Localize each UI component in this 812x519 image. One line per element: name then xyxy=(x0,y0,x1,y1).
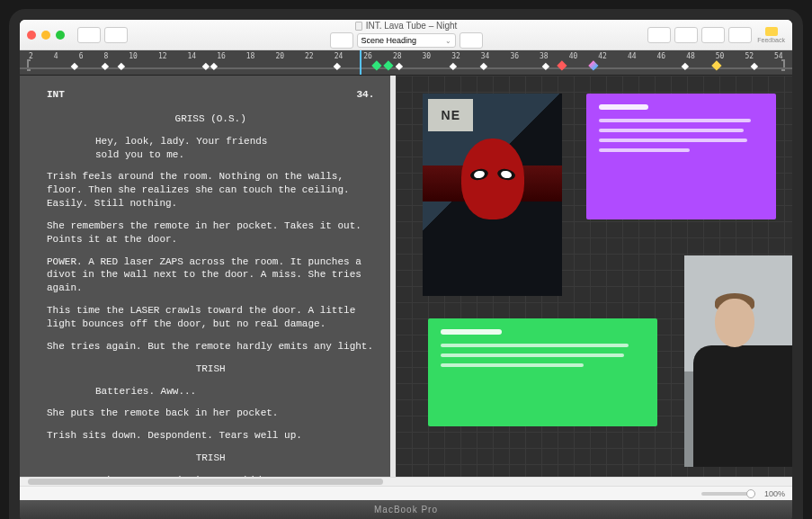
feedback-icon xyxy=(765,27,778,36)
board-note-purple[interactable] xyxy=(586,94,777,219)
timeline-marker[interactable] xyxy=(117,63,124,70)
close-window-button[interactable] xyxy=(27,31,36,40)
titlebar-center: INT. Lava Tube – Night Scene Heading ⌄ xyxy=(330,21,483,49)
toolbar-right-group xyxy=(647,27,752,43)
toolbar-button[interactable] xyxy=(647,27,671,43)
timeline-marker[interactable] xyxy=(681,63,688,70)
timeline-marker[interactable] xyxy=(558,60,567,70)
timeline-marker[interactable] xyxy=(383,60,393,70)
board-image-deadpool[interactable]: NE xyxy=(423,94,562,296)
minimize-window-button[interactable] xyxy=(41,31,50,40)
timeline-marker[interactable] xyxy=(588,60,598,70)
toolbar-left-group xyxy=(77,27,128,43)
timeline-marker[interactable] xyxy=(751,63,758,70)
timeline-marker[interactable] xyxy=(371,60,381,70)
app-window: INT. Lava Tube – Night Scene Heading ⌄ xyxy=(20,20,792,500)
element-type-label: Scene Heading xyxy=(361,36,417,45)
zoom-slider-knob[interactable] xyxy=(746,489,755,498)
main-split: INT 34. GRISS (O.S.)Hey, look, lady. You… xyxy=(20,76,792,477)
element-type-select[interactable]: Scene Heading ⌄ xyxy=(357,33,456,48)
zoom-window-button[interactable] xyxy=(56,31,65,40)
timeline-marker[interactable] xyxy=(396,63,403,70)
script-action[interactable]: Trish sits down. Despondent. Tears well … xyxy=(47,429,374,443)
toolbar-button[interactable] xyxy=(674,27,698,43)
script-action[interactable]: She tries again. But the remote hardly e… xyxy=(47,340,374,353)
status-bar: 100% xyxy=(20,486,792,500)
timeline-marker[interactable] xyxy=(711,60,721,70)
board-image-sign-text: NE xyxy=(428,99,473,131)
script-character[interactable]: GRISS (O.S.) xyxy=(47,112,374,126)
toolbar-button[interactable] xyxy=(104,27,128,43)
timeline-marker[interactable] xyxy=(102,63,109,70)
timeline-ruler[interactable]: 2468101214161820222426283032343638404244… xyxy=(20,50,792,76)
script-action[interactable]: This time the LASER crawls toward the do… xyxy=(47,304,374,331)
page-number: 34. xyxy=(357,88,375,102)
script-action[interactable]: Trish feels around the room. Nothing on … xyxy=(47,170,374,210)
timeline-marker[interactable] xyxy=(480,63,487,70)
document-title-text: INT. Lava Tube – Night xyxy=(366,21,458,31)
script-character[interactable]: TRISH xyxy=(47,452,374,465)
script-action[interactable]: She puts the remote back in her pocket. xyxy=(47,407,374,420)
script-character[interactable]: TRISH xyxy=(47,362,374,376)
script-action[interactable]: POWER. A RED laser ZAPS across the room.… xyxy=(47,255,374,296)
document-title: INT. Lava Tube – Night xyxy=(355,21,458,31)
scene-heading-row: INT 34. xyxy=(47,88,374,102)
board-note-green[interactable] xyxy=(428,318,658,426)
laptop-base-label: MacBook Pro xyxy=(20,500,792,519)
board-pane[interactable]: NE xyxy=(396,76,792,477)
timeline-marker[interactable] xyxy=(202,63,210,70)
script-body[interactable]: GRISS (O.S.)Hey, look, lady. Your friend… xyxy=(47,112,374,477)
script-dialogue[interactable]: Batteries. Aww... xyxy=(47,385,374,398)
element-next-button[interactable] xyxy=(460,32,483,49)
ruler-marks xyxy=(20,50,792,75)
toolbar-button[interactable] xyxy=(728,27,752,43)
board-image-man[interactable] xyxy=(684,255,792,467)
titlebar: INT. Lava Tube – Night Scene Heading ⌄ xyxy=(20,20,792,50)
element-prev-button[interactable] xyxy=(330,32,353,49)
scene-heading[interactable]: INT xyxy=(47,88,65,102)
horizontal-scrollbar[interactable] xyxy=(20,477,792,486)
script-dialogue[interactable]: Hey, look, lady. Your friends sold you t… xyxy=(47,135,374,162)
toolbar-button[interactable] xyxy=(701,27,725,43)
chevron-down-icon: ⌄ xyxy=(445,37,451,45)
timeline-marker[interactable] xyxy=(71,63,78,70)
timeline-marker[interactable] xyxy=(334,63,341,70)
feedback-button[interactable]: Feedback xyxy=(757,27,785,43)
toolbar-button[interactable] xyxy=(77,27,101,43)
timeline-marker[interactable] xyxy=(542,63,549,70)
laptop-frame: INT. Lava Tube – Night Scene Heading ⌄ xyxy=(9,9,803,519)
script-editor-pane[interactable]: INT 34. GRISS (O.S.)Hey, look, lady. You… xyxy=(20,76,390,477)
script-action[interactable]: She remembers the remote in her pocket. … xyxy=(47,219,374,246)
scrollbar-thumb[interactable] xyxy=(28,479,383,485)
document-icon xyxy=(355,22,362,31)
window-controls xyxy=(27,31,65,40)
zoom-slider[interactable] xyxy=(701,492,755,496)
timeline-marker[interactable] xyxy=(210,63,217,70)
timeline-marker[interactable] xyxy=(450,63,457,70)
zoom-level: 100% xyxy=(764,489,785,498)
feedback-label: Feedback xyxy=(757,37,785,43)
playhead[interactable] xyxy=(360,50,361,75)
